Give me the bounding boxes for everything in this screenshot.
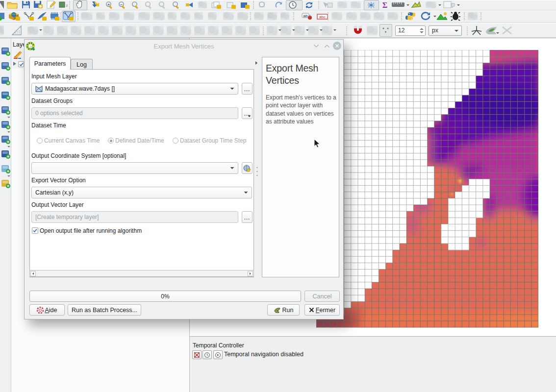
svg-text:✱: ✱: [39, 4, 42, 9]
svg-text:a: a: [66, 3, 68, 8]
svg-text:+: +: [107, 2, 110, 7]
svg-text:Σ: Σ: [382, 1, 387, 9]
svg-text:−: −: [120, 2, 123, 7]
svg-text:abc: abc: [319, 15, 326, 19]
svg-text:ab: ab: [303, 14, 308, 18]
